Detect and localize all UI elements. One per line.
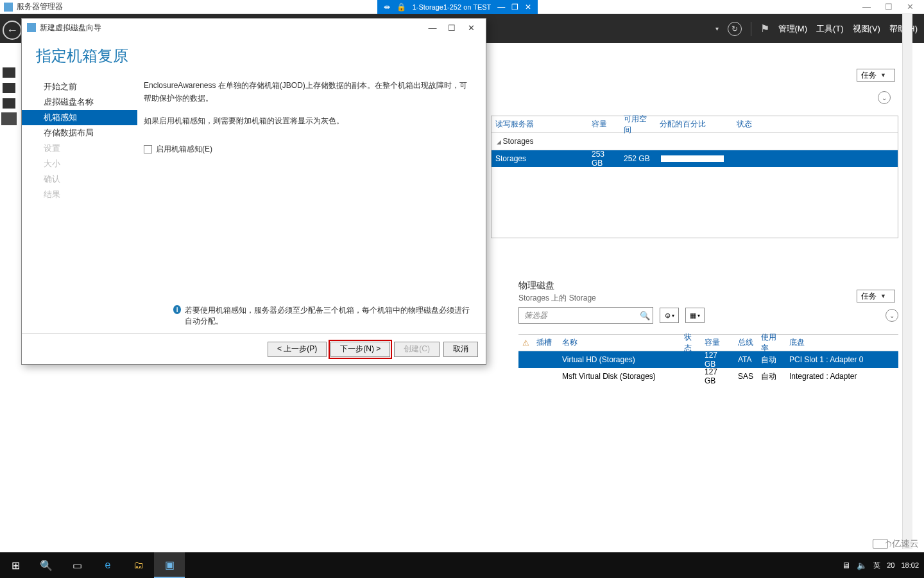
phys-row[interactable]: Msft Virtual Disk (Storages) 127 GB SAS …	[518, 368, 898, 385]
pool-row-selected[interactable]: Storages 253 GB 252 GB	[492, 150, 898, 167]
tray-volume-icon[interactable]: 🔈	[857, 561, 867, 570]
row-bay: PCI Slot 1 : Adapter 0	[785, 355, 898, 364]
taskview-button[interactable]: ▭	[62, 552, 92, 578]
col-percent[interactable]: 分配的百分比	[656, 119, 733, 130]
col-name[interactable]: 名称	[558, 337, 680, 348]
nav-local-icon[interactable]	[3, 83, 15, 93]
wizard-max-button[interactable]: ☐	[442, 23, 461, 33]
pin-icon[interactable]: ⇹	[384, 3, 390, 12]
row-name: Virtual HD (Storages)	[558, 355, 680, 364]
storage-pool-table: 读写服务器 容量 可用空间 分配的百分比 状态 Storages Storage…	[491, 116, 898, 238]
step-enclosure[interactable]: 机箱感知	[22, 110, 137, 125]
col-rw-server[interactable]: 读写服务器	[492, 119, 588, 130]
tray-time[interactable]: 18:02	[901, 561, 919, 569]
search-button[interactable]: 🔍	[31, 552, 62, 578]
create-button: 创建(C)	[394, 342, 440, 357]
left-nav-rail	[3, 67, 18, 124]
next-button[interactable]: 下一步(N) >	[330, 342, 390, 357]
menu-manage[interactable]: 管理(M)	[778, 23, 808, 35]
pool-capacity: 253 GB	[588, 150, 620, 168]
wizard-min-button[interactable]: —	[423, 23, 442, 33]
host-close-button[interactable]: ✕	[907, 2, 914, 12]
tray-network-icon[interactable]: 🖥	[842, 561, 850, 570]
row-name: Msft Virtual Disk (Storages)	[558, 372, 680, 381]
wizard-icon	[27, 23, 36, 32]
tray-ime[interactable]: 英	[873, 561, 880, 570]
menu-tools[interactable]: 工具(T)	[816, 23, 844, 35]
vm-title-bar[interactable]: ⇹ 🔒 1-Storage1-252 on TEST — ❐ ✕	[377, 0, 538, 14]
expand-toggle-pools[interactable]: ⌄	[878, 91, 891, 104]
lock-icon[interactable]: 🔒	[397, 3, 406, 12]
host-scrollbar[interactable]	[902, 14, 912, 549]
pool-name: Storages	[492, 154, 588, 163]
row-usage: 自动	[757, 355, 785, 365]
pool-header-row: 读写服务器 容量 可用空间 分配的百分比 状态	[492, 116, 898, 133]
cancel-button[interactable]: 取消	[443, 342, 478, 357]
filter-input[interactable]	[519, 311, 637, 320]
caret-down-icon: ▼	[880, 72, 886, 78]
nav-dashboard-icon[interactable]	[3, 67, 15, 78]
vm-min-icon[interactable]: —	[497, 3, 505, 12]
new-vdisk-wizard: 新建虚拟磁盘向导 — ☐ ✕ 指定机箱复原 开始之前 虚拟磁盘名称 机箱感知 存…	[21, 18, 486, 365]
col-free[interactable]: 可用空间	[620, 114, 656, 136]
ie-button[interactable]: e	[92, 552, 123, 578]
step-before[interactable]: 开始之前	[35, 79, 137, 94]
vm-bar: ⇹ 🔒 1-Storage1-252 on TEST — ❐ ✕	[63, 0, 852, 14]
vm-close-icon[interactable]: ✕	[525, 3, 531, 12]
refresh-button[interactable]: ↻	[728, 22, 742, 36]
vm-title: 1-Storage1-252 on TEST	[413, 3, 492, 11]
col-bay[interactable]: 底盘	[785, 337, 898, 348]
col-warn-icon[interactable]: ⚠	[518, 338, 533, 347]
explorer-button[interactable]: 🗂	[123, 552, 154, 578]
view-options-dropdown[interactable]: ▦▾	[685, 308, 705, 323]
caret-down-icon: ▼	[880, 293, 886, 299]
menu-view[interactable]: 视图(V)	[853, 23, 880, 35]
notifications-flag-icon[interactable]: ⚑	[760, 22, 769, 35]
host-min-button[interactable]: —	[862, 2, 871, 12]
dropdown-caret-icon[interactable]: ▾	[715, 25, 719, 32]
col-bus[interactable]: 总线	[734, 337, 757, 348]
prev-button[interactable]: < 上一步(P)	[268, 342, 327, 357]
filter-options-dropdown[interactable]: ⊜▾	[660, 308, 679, 323]
tasks-dropdown-physical[interactable]: 任务 ▼	[857, 290, 895, 302]
search-icon[interactable]: 🔍	[637, 311, 653, 320]
step-vdname[interactable]: 虚拟磁盘名称	[35, 94, 137, 110]
physical-disks-subtitle: Storages 上的 Storage	[518, 293, 596, 304]
wizard-heading: 指定机箱复原	[22, 37, 486, 79]
nav-all-icon[interactable]	[3, 98, 15, 109]
wizard-desc1: EnclosureAwareness 在单独的存储机箱(JBOD)上存储数据的副…	[144, 79, 473, 105]
app-icon	[4, 3, 13, 12]
watermark-icon	[873, 539, 888, 549]
tasks-dropdown-pools[interactable]: 任务 ▼	[857, 69, 895, 82]
checkbox-label: 启用机箱感知(E)	[156, 143, 212, 155]
phys-row[interactable]: Virtual HD (Storages) 127 GB ATA 自动 PCI …	[518, 351, 898, 368]
start-button[interactable]: ⊞	[0, 552, 31, 578]
vm-max-icon[interactable]: ❐	[511, 3, 518, 12]
taskbar: ⊞ 🔍 ▭ e 🗂 ▣ 🖥 🔈 英 20 18:02	[0, 552, 924, 578]
nav-storage-icon[interactable]	[3, 114, 15, 124]
server-manager-taskbar-button[interactable]: ▣	[154, 552, 185, 578]
host-max-button[interactable]: ☐	[885, 2, 893, 12]
col-usage[interactable]: 使用率	[757, 332, 785, 354]
tray-date-prefix[interactable]: 20	[887, 561, 894, 569]
col-capacity[interactable]: 容量	[701, 337, 734, 348]
pool-group-row[interactable]: Storages	[492, 133, 898, 150]
physical-toolbar: 🔍 ⊜▾ ▦▾ ⌄	[518, 307, 898, 324]
col-status[interactable]: 状态	[733, 119, 771, 130]
wizard-footer: < 上一步(P) 下一步(N) > 创建(C) 取消	[22, 333, 486, 364]
wizard-titlebar[interactable]: 新建虚拟磁盘向导 — ☐ ✕	[22, 19, 486, 37]
expand-toggle-physical[interactable]: ⌄	[886, 309, 898, 322]
row-bay: Integrated : Adapter	[785, 372, 898, 381]
separator	[751, 22, 751, 36]
col-slot[interactable]: 插槽	[533, 337, 558, 348]
col-status[interactable]: 状态	[680, 332, 701, 354]
info-icon: i	[173, 305, 181, 314]
back-button[interactable]: ←	[3, 21, 22, 40]
col-capacity[interactable]: 容量	[588, 119, 620, 130]
enable-enclosure-checkbox[interactable]: 启用机箱感知(E)	[144, 143, 473, 155]
step-layout[interactable]: 存储数据布局	[35, 125, 137, 141]
checkbox-box[interactable]	[144, 145, 152, 153]
row-capacity: 127 GB	[701, 367, 734, 385]
system-tray: 🖥 🔈 英 20 18:02	[842, 561, 924, 570]
wizard-close-button[interactable]: ✕	[461, 23, 481, 33]
